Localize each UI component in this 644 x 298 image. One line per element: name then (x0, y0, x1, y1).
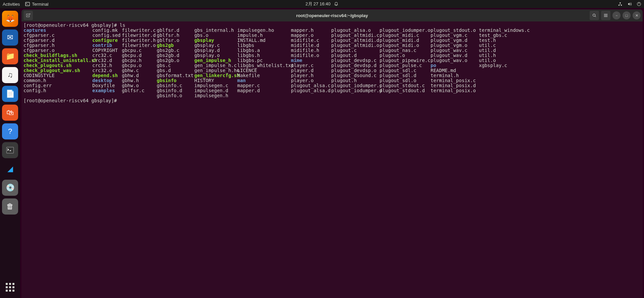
ls-entry: plugout_altmidi.d (331, 38, 380, 43)
ls-entry: CODINGSTYLE (23, 73, 92, 78)
ls-entry: gen_linkercfg.sh (194, 73, 237, 78)
dock-trash[interactable]: 🗑 (2, 198, 18, 215)
dock-help[interactable]: ? (2, 123, 18, 139)
ls-entry: gen_impulse_h (194, 58, 237, 63)
activities-button[interactable]: Activities (3, 2, 20, 7)
ls-entry: plugout_pipewire.c (380, 58, 431, 63)
minimize-button[interactable]: － (612, 11, 621, 19)
ls-entry: examples (92, 88, 122, 93)
ls-entry: common.h (23, 78, 92, 83)
ls-entry: libgbs.pc (237, 58, 291, 63)
ls-entry: player.o (291, 78, 331, 83)
window-title: root@openeuler-riscv64:~/gbsplay (296, 13, 368, 18)
ls-entry: gbs2gb.d (157, 53, 194, 58)
ls-entry: gbhw.d (122, 73, 157, 78)
dock-disc[interactable]: 💿 (2, 180, 18, 196)
ls-entry: xgbsplay.c (479, 63, 530, 68)
ls-entry: player.h (291, 73, 331, 78)
ls-entry: plugout_vgm.d (431, 38, 479, 43)
terminal-output[interactable]: [root@openeuler-riscv64 gbsplay]# ls cap… (21, 21, 643, 298)
new-tab-button[interactable] (23, 11, 33, 20)
ls-entry: gbsplay (194, 38, 237, 43)
ls-entry: plugout_alsa.o (331, 28, 380, 33)
dock-software[interactable]: 🛍 (2, 105, 18, 121)
dock-files[interactable]: 📁 (2, 48, 18, 64)
ls-entry: mapper.c (237, 83, 291, 88)
ls-entry: terminal_posix.c (431, 78, 479, 83)
search-button[interactable] (590, 11, 599, 20)
ls-entry: config.h (23, 88, 92, 93)
ls-entry: plugout_altmidi.o (331, 43, 380, 48)
ls-column: plugout_iodumper.oplugout_midi.cplugout_… (380, 28, 431, 98)
dock-show-apps[interactable] (3, 281, 17, 294)
terminal-icon (25, 2, 30, 6)
ls-entry: gbs.d (157, 68, 194, 73)
ls-entry: libgbs_whitelist.txt (237, 63, 291, 68)
ubuntu-dock: 🦊 ✉ 📁 ♫ 📄 🛍 ? ◢ 💿 🗑 (0, 8, 20, 298)
ls-entry: plugout_stdout.c (380, 83, 431, 88)
ls-entry: gbsinfo.c (157, 83, 194, 88)
ls-entry: gen_impulse_h.c (194, 63, 237, 68)
ls-entry: plugout_alsa.d (291, 88, 331, 93)
ls-column: mapper.hmapper.omidifile.cmidifile.dmidi… (291, 28, 331, 98)
ls-entry: plugout_vgm.o (431, 43, 479, 48)
close-button[interactable]: ✕ (633, 11, 641, 19)
ls-column: gblfsr.dgblfsr.hgblfsr.ogbs2gbgbs2gb.cgb… (157, 28, 194, 98)
ls-entry: midifile.o (291, 53, 331, 58)
current-app-indicator[interactable]: Terminal (25, 2, 48, 7)
dock-terminal[interactable] (2, 142, 18, 158)
notification-icon (334, 2, 339, 6)
dock-rhythmbox[interactable]: ♫ (2, 67, 18, 83)
dock-thunderbird[interactable]: ✉ (2, 29, 18, 46)
ls-entry: check_plugouts.sh (23, 63, 92, 68)
ls-entry: configure (92, 38, 122, 43)
ls-entry: gbs2gb.c (157, 48, 194, 53)
ls-entry: test.h (479, 38, 530, 43)
ls-entry: Doxyfile (92, 83, 122, 88)
system-tray[interactable] (618, 2, 641, 6)
svg-point-7 (593, 14, 595, 16)
menu-button[interactable] (601, 11, 610, 20)
ls-entry: plugout_iodumper.d (331, 88, 380, 93)
ls-entry: midifile.c (291, 38, 331, 43)
ls-listing: capturescfgparser.ccfgparser.dcfgparser.… (23, 28, 641, 98)
ls-entry: util.h (479, 53, 530, 58)
ls-entry: gblfsr.h (157, 33, 194, 38)
hamburger-icon (603, 13, 608, 18)
ls-entry: crc32.c (92, 53, 122, 58)
ls-entry: midifile.d (291, 43, 331, 48)
ls-entry: plugout_alsa.c (291, 83, 331, 88)
ls-entry: gen_impulse_h.ho (194, 68, 237, 73)
ls-entry: plugout_pulse.c (380, 63, 431, 68)
ls-entry: man (237, 78, 291, 83)
ls-entry: player.c (291, 63, 331, 68)
ls-entry: gbcpu.d (122, 53, 157, 58)
ls-entry: gblfsr.c (122, 88, 157, 93)
ls-entry: gbsinfo.d (157, 88, 194, 93)
ls-entry: gbhw.h (122, 78, 157, 83)
dock-vscode[interactable]: ◢ (2, 161, 18, 177)
ls-entry: check_buildflags.sh (23, 53, 92, 58)
dock-writer[interactable]: 📄 (2, 86, 18, 102)
svg-point-1 (620, 2, 621, 4)
ls-entry: terminal_windows.c (479, 28, 530, 33)
datetime-text: 2月 27 16:40 (305, 1, 330, 7)
ls-entry: crc32.o (92, 68, 122, 73)
network-icon (618, 2, 623, 6)
ls-entry: po (431, 63, 479, 68)
ls-column: config.mkconfig.sedconfigurecontribCOPYR… (92, 28, 122, 98)
ls-entry: gbs2gb.o (157, 58, 194, 63)
ls-entry: filewriter.o (122, 43, 157, 48)
current-app-name: Terminal (32, 2, 48, 7)
maximize-button[interactable]: □ (623, 11, 631, 19)
ls-entry: plugout_wav.o (431, 58, 479, 63)
clock[interactable]: 2月 27 16:40 (305, 1, 338, 7)
power-icon (637, 2, 641, 6)
ls-column: gbs_internal.hgbs.ogbsplaygbsplay.cgbspl… (194, 28, 237, 98)
ls-entry: impulse.h (237, 33, 291, 38)
dock-firefox[interactable]: 🦊 (2, 11, 18, 27)
prompt-line-2: [root@openeuler-riscv64 gbsplay]# (23, 98, 120, 103)
ls-entry: midifile.h (291, 48, 331, 53)
ls-entry: gbhw.c (122, 68, 157, 73)
ls-entry: plugout_sdl.o (380, 78, 431, 83)
